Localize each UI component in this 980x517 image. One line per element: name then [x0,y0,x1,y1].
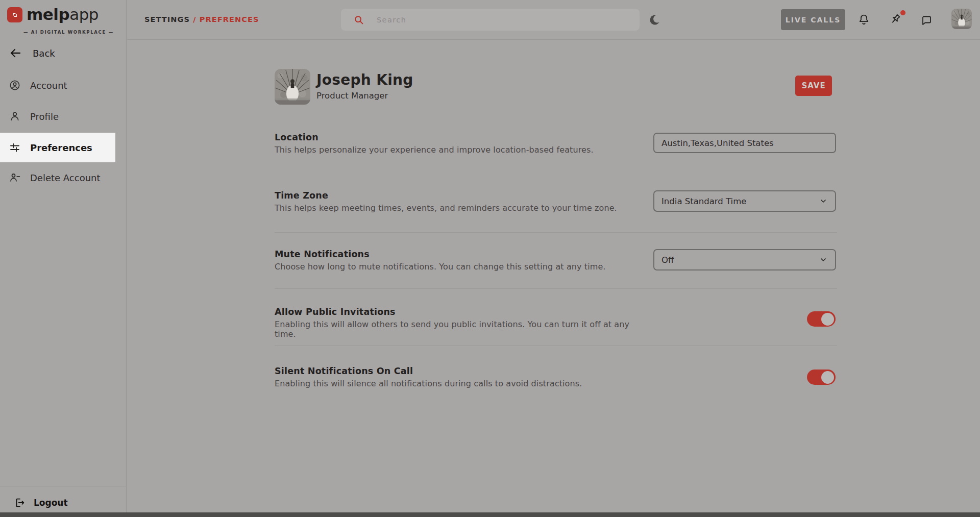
bell-icon [857,13,870,27]
setting-row-mute-notifications: Mute Notifications Choose how long to mu… [275,249,642,272]
silent-on-call-toggle[interactable] [807,370,836,385]
brand-tagline: — AI DIGITAL WORKPLACE — [23,30,114,35]
notifications-button[interactable] [857,13,870,27]
breadcrumb-separator: / [190,15,200,23]
chevron-down-icon [819,256,827,264]
chevron-down-icon [819,197,827,205]
sidebar-item-label: Preferences [30,142,92,153]
toggle-knob [821,313,834,326]
mute-notifications-select[interactable]: Off [653,249,836,270]
search-input[interactable] [377,16,640,24]
row-divider [275,232,837,233]
sidebar-item-label: Profile [30,111,59,122]
preferences-panel: Joseph King Product Manager SAVE Locatio… [127,40,980,512]
mute-selected-value: Off [662,255,674,265]
person-minus-icon [9,171,21,184]
sidebar-item-label: Delete Account [30,173,101,183]
sidebar-item-profile[interactable]: Profile [0,102,115,131]
sliders-icon [9,141,21,154]
user-avatar[interactable] [951,9,972,29]
topbar: SETTINGS / PREFRENCES LIVE CALLS [127,0,980,40]
setting-label: Silent Notifications On Call [275,366,642,376]
sidebar: melpapp — AI DIGITAL WORKPLACE — Back Ac… [0,0,127,512]
sidebar-item-preferences[interactable]: Preferences [0,133,115,162]
search-icon [354,15,364,25]
setting-description: Choose how long to mute notifications. Y… [275,262,642,272]
sidebar-item-delete-account[interactable]: Delete Account [0,163,115,192]
breadcrumb-page: PREFRENCES [200,15,259,23]
chat-bubble-icon [920,14,933,27]
back-button[interactable]: Back [9,47,55,59]
app-logo[interactable]: melpapp [7,7,99,22]
melp-logo-icon [7,7,22,22]
toggle-knob [821,371,834,384]
setting-description: This helps personalize your experience a… [275,145,642,155]
pinned-items-button[interactable] [889,13,902,27]
logout-icon [14,497,25,508]
chat-button[interactable] [920,14,933,27]
setting-row-silent-on-call: Silent Notifications On Call Enabling th… [275,366,642,388]
profile-role: Product Manager [316,91,388,101]
setting-row-location: Location This helps personalize your exp… [275,132,642,155]
bird-avatar-image [275,69,310,105]
pin-notification-dot [900,10,905,15]
timezone-select[interactable]: India Standard Time [653,190,836,212]
profile-name: Joseph King [316,71,413,88]
setting-label: Time Zone [275,190,642,201]
sidebar-item-label: Account [30,80,67,91]
brand-name-light: app [69,5,99,23]
public-invitations-toggle[interactable] [807,311,836,327]
sidebar-item-account[interactable]: Account [0,70,115,100]
logout-label: Logout [34,498,68,508]
setting-label: Location [275,132,642,142]
row-divider [275,345,837,346]
setting-label: Mute Notifications [275,249,642,259]
setting-description: This helps keep meeting times, events, a… [275,203,642,213]
moon-icon [649,14,661,26]
breadcrumb-section: SETTINGS [144,15,190,23]
timezone-selected-value: India Standard Time [662,196,746,206]
brand-name: melpapp [27,7,99,22]
person-icon [9,110,21,122]
search-bar[interactable] [341,9,640,31]
profile-avatar [275,69,310,105]
setting-description: Enabling this will allow others to send … [275,319,642,339]
bird-avatar-image [951,9,972,29]
location-input[interactable] [653,133,836,153]
theme-toggle-button[interactable] [649,14,661,26]
setting-description: Enabling this will silence all notificat… [275,379,642,388]
back-arrow-icon [9,47,22,59]
live-calls-button[interactable]: LIVE CALLS [781,9,845,30]
row-divider [275,288,837,289]
logout-button[interactable]: Logout [14,497,68,508]
bottom-edge-bar [0,512,980,517]
brand-name-bold: melp [27,5,69,23]
sidebar-divider [0,486,127,486]
setting-label: Allow Public Invitations [275,307,642,317]
account-circle-icon [9,79,21,91]
breadcrumb: SETTINGS / PREFRENCES [144,15,259,23]
setting-row-timezone: Time Zone This helps keep meeting times,… [275,190,642,213]
setting-row-public-invitations: Allow Public Invitations Enabling this w… [275,307,642,339]
back-label: Back [33,48,55,59]
save-button[interactable]: SAVE [795,76,832,96]
pushpin-icon [889,13,902,27]
